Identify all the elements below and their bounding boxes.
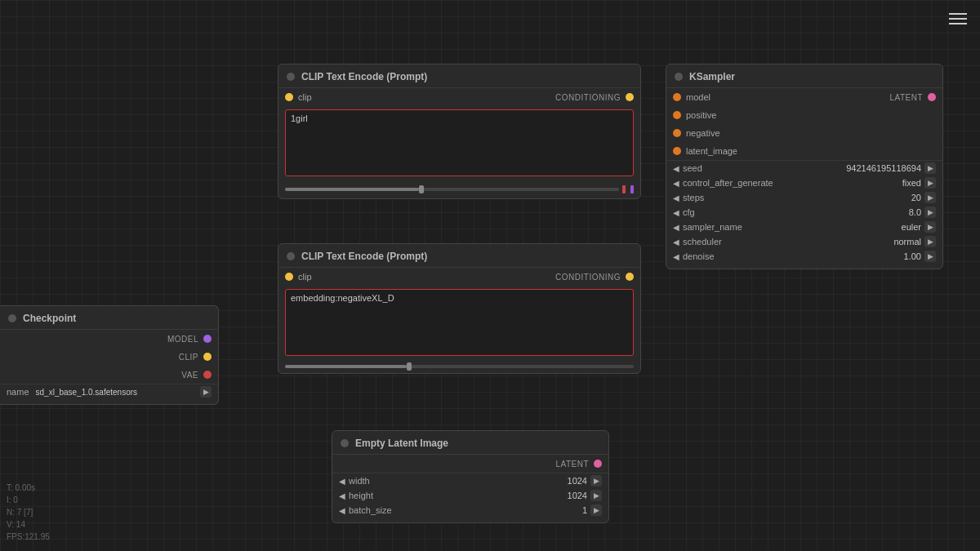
ksampler-cag-row: ◀ control_after_generate fixed ▶ [666,176,942,190]
empty-latent-batch-row: ◀ batch_size 1 ▶ [332,503,608,518]
ksampler-model-port[interactable] [673,93,681,101]
ksampler-positive-row: positive [666,106,942,124]
empty-latent-width-row: ◀ width 1024 ▶ [332,473,608,488]
ksampler-seed-value: 942146195118694 [846,163,921,173]
ksampler-seed-right-btn[interactable]: ▶ [924,162,936,174]
checkpoint-node: Checkpoint MODEL CLIP VAE name sd_xl_bas… [0,305,219,405]
ksampler-steps-label: steps [683,193,869,202]
ksampler-sampler-right-btn[interactable]: ▶ [924,221,936,233]
ksampler-cfg-value: 8.0 [872,207,921,217]
ksampler-seed-left-btn[interactable]: ◀ [673,164,679,173]
conditioning-right-label: CONDITIONING [555,93,621,102]
empty-latent-right-port[interactable] [594,460,602,468]
conditioning-neg-right-label: CONDITIONING [555,273,621,282]
empty-latent-batch-value: 1 [538,505,587,515]
clip-left-label: clip [298,92,312,102]
empty-latent-batch-left-btn[interactable]: ◀ [339,506,345,515]
ksampler-latent-port[interactable] [928,93,936,101]
checkpoint-clip-row: CLIP [0,348,218,366]
empty-latent-height-right-btn[interactable]: ▶ [590,490,602,501]
empty-latent-height-left-btn[interactable]: ◀ [339,491,345,500]
ksampler-cag-right-btn[interactable]: ▶ [924,177,936,189]
empty-latent-width-left-btn[interactable]: ◀ [339,477,345,486]
ksampler-denoise-label: denoise [683,251,869,261]
ksampler-steps-left-btn[interactable]: ◀ [673,193,679,202]
clip-neg-left-port[interactable] [285,273,293,281]
ksampler-steps-right-btn[interactable]: ▶ [924,192,936,203]
conditioning-neg-right-port[interactable] [626,273,634,281]
ksampler-negative-port[interactable] [673,129,681,137]
ksampler-node: KSampler model LATENT positive negative … [666,64,943,269]
ksampler-steps-row: ◀ steps 20 ▶ [666,190,942,205]
positive-slider-area [278,184,640,198]
ksampler-latent-image-row: latent_image [666,142,942,160]
clip-marker-purple [630,185,634,193]
ksampler-scheduler-right-btn[interactable]: ▶ [924,236,936,247]
ksampler-latent-image-port[interactable] [673,147,681,155]
ksampler-negative-row: negative [666,124,942,142]
ksampler-sampler-value: euler [872,222,921,232]
status-fps: FPS:121.95 [7,531,50,543]
ksampler-seed-label: seed [683,163,843,173]
checkpoint-vae-row: VAE [0,366,218,384]
ksampler-cag-left-btn[interactable]: ◀ [673,179,679,188]
checkpoint-ckpt-right-btn[interactable]: ▶ [200,386,212,398]
clip-text-negative-header: CLIP Text Encode (Prompt) [278,244,640,268]
checkpoint-header: Checkpoint [0,306,218,330]
empty-latent-width-value: 1024 [538,476,587,486]
ksampler-sampler-left-btn[interactable]: ◀ [673,223,679,232]
empty-latent-width-right-btn[interactable]: ▶ [590,475,602,487]
empty-latent-header: Empty Latent Image [332,431,608,455]
clip-neg-port-row: clip CONDITIONING [278,268,640,286]
checkpoint-ckpt-label: name [7,387,29,397]
ksampler-latent-image-label: latent_image [686,146,737,156]
ksampler-scheduler-left-btn[interactable]: ◀ [673,238,679,247]
negative-prompt-input[interactable]: embedding:negativeXL_D [285,289,634,356]
positive-prompt-wrap: 1girl [278,106,640,184]
ksampler-cfg-row: ◀ cfg 8.0 ▶ [666,205,942,220]
ksampler-denoise-right-btn[interactable]: ▶ [924,251,936,262]
ksampler-seed-row: ◀ seed 942146195118694 ▶ [666,161,942,176]
ksampler-cfg-label: cfg [683,207,869,217]
ksampler-positive-port[interactable] [673,111,681,119]
empty-latent-batch-label: batch_size [349,505,535,515]
clip-text-negative-title: CLIP Text Encode (Prompt) [301,251,427,262]
ksampler-denoise-left-btn[interactable]: ◀ [673,252,679,261]
conditioning-right-port[interactable] [626,93,634,101]
clip-text-positive-header: CLIP Text Encode (Prompt) [278,64,640,88]
ksampler-cfg-right-btn[interactable]: ▶ [924,207,936,218]
clip-text-positive-title: CLIP Text Encode (Prompt) [301,71,427,82]
ksampler-title: KSampler [689,71,735,82]
empty-latent-height-label: height [349,491,535,500]
clip-text-negative-node: CLIP Text Encode (Prompt) clip CONDITION… [278,243,641,374]
positive-slider-track[interactable] [285,188,619,191]
empty-latent-batch-right-btn[interactable]: ▶ [590,504,602,516]
clip-left-port[interactable] [285,93,293,101]
checkpoint-clip-port[interactable] [203,353,212,361]
ksampler-negative-label: negative [686,128,720,138]
checkpoint-model-port[interactable] [203,335,212,343]
ksampler-model-row: model LATENT [666,88,942,106]
clip-text-positive-node: CLIP Text Encode (Prompt) clip CONDITION… [278,64,641,199]
status-v: V: 14 [7,518,50,531]
ksampler-cfg-left-btn[interactable]: ◀ [673,208,679,217]
empty-latent-status-dot [341,439,349,447]
checkpoint-title: Checkpoint [23,313,76,324]
negative-prompt-wrap: embedding:negativeXL_D [278,286,640,363]
checkpoint-model-row: MODEL [0,330,218,348]
ksampler-scheduler-label: scheduler [683,237,869,247]
ksampler-status-dot [675,73,683,81]
clip-marker-red [622,185,626,193]
empty-latent-height-value: 1024 [538,491,587,500]
empty-latent-width-label: width [349,476,535,486]
clip-neg-left-label: clip [298,272,312,282]
positive-prompt-input[interactable]: 1girl [285,109,634,176]
node-status-dot [287,73,295,81]
hamburger-menu[interactable] [944,8,972,29]
ksampler-cag-label: control_after_generate [683,178,869,188]
ksampler-sampler-label: sampler_name [683,222,869,232]
checkpoint-vae-port[interactable] [203,371,212,379]
clip-port-row: clip CONDITIONING [278,88,640,106]
negative-slider-track[interactable] [285,365,634,368]
ksampler-cag-value: fixed [872,178,921,188]
